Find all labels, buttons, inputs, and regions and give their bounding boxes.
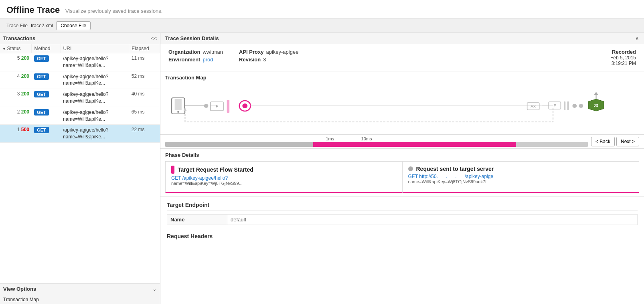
- table-row[interactable]: 3 200 GET /apikey-agigee/hello?name=Will…: [0, 89, 160, 107]
- target-endpoint-title: Target Endpoint: [167, 202, 638, 211]
- recorded-section: Recorded Feb 5, 2015 3:19:21 PM: [610, 49, 636, 66]
- tx-num: 4 200: [0, 71, 32, 89]
- table-row[interactable]: 1 500 GET /apikey-agigee/hello?name=Will…: [0, 125, 160, 143]
- table-row[interactable]: 2 200 GET /apikey-agigee/hello?name=Will…: [0, 107, 160, 125]
- svg-marker-12: [183, 108, 187, 111]
- tx-map-title: Transaction Map: [165, 75, 639, 81]
- request-headers-title: Request Headers: [167, 233, 638, 242]
- endpoint-table: Name default: [167, 214, 638, 225]
- tx-num: 2 200: [0, 107, 32, 125]
- next-button[interactable]: Next >: [616, 137, 639, 146]
- tx-num: 5 200: [0, 53, 32, 71]
- svg-point-10: [242, 103, 247, 108]
- phase-card-1: Target Request Flow Started GET /apikey-…: [165, 161, 402, 193]
- phase-details-title: Phase Details: [165, 152, 639, 158]
- endpoint-name-label: Name: [167, 215, 227, 225]
- table-row[interactable]: 5 200 GET /apikey-agigee/hello?name=Will…: [0, 53, 160, 71]
- phase-cards: Target Request Flow Started GET /apikey-…: [165, 161, 639, 193]
- session-details-title: Trace Session Details: [165, 35, 219, 41]
- api-proxy-row: API Proxy apikey-apigee: [239, 49, 298, 55]
- phase-card-2: Request sent to target server GET http:/…: [402, 161, 640, 193]
- timeline-track: [165, 142, 588, 147]
- phase-card-2-url: GET http://50.___.___.___/apikey-apige: [408, 174, 634, 179]
- page-subtitle: Visualize previously saved trace session…: [65, 8, 163, 14]
- tx-method: GET: [32, 125, 61, 143]
- phase-card-1-url: GET /apikey-apigee/hello?: [171, 175, 397, 181]
- page-title: Offline Trace: [6, 5, 60, 15]
- transactions-header: Transactions <<: [0, 33, 160, 44]
- tx-status: 200: [21, 91, 29, 97]
- timeline-nav: < Back Next >: [591, 137, 639, 146]
- trace-file-label: Trace File: [6, 23, 28, 28]
- tx-uri: /apikey-agigee/hello?name=Will&apiKe...: [61, 107, 129, 125]
- timeline-gray-left: [165, 142, 313, 147]
- tx-map-svg: F AX: [165, 84, 639, 132]
- org-label: Organization: [168, 49, 200, 55]
- tx-elapsed: 65 ms: [129, 107, 160, 125]
- tx-map-option-label: Transaction Map: [3, 297, 39, 302]
- tx-status: 200: [21, 109, 29, 115]
- org-value: wwitman: [203, 49, 223, 55]
- left-panel: Transactions << Status Method URI Elapse…: [0, 33, 160, 304]
- svg-text:F: F: [553, 103, 556, 107]
- phase-card-2-header: Request sent to target server: [408, 166, 634, 172]
- phase-card-1-query: name=Will&apiKey=Wj8TGjNvS99...: [171, 181, 397, 186]
- session-details-collapse-button[interactable]: ∧: [635, 35, 639, 41]
- transactions-collapse-button[interactable]: <<: [151, 35, 157, 41]
- tx-uri: /apikey-agigee/hello?name=Will&apiKe...: [61, 53, 129, 71]
- timeline-gray-right: [516, 142, 588, 147]
- view-options-content: Transaction Map: [0, 294, 160, 304]
- tx-method: GET: [32, 107, 61, 125]
- table-row[interactable]: 4 200 GET /apikey-agigee/hello?name=Will…: [0, 71, 160, 89]
- revision-row: Revision 3: [239, 57, 298, 63]
- org-env-group: Organization wwitman Environment prod: [168, 49, 223, 66]
- phase-card-2-title: Request sent to target server: [416, 166, 494, 172]
- back-button[interactable]: < Back: [591, 137, 615, 146]
- tx-method: GET: [32, 89, 61, 107]
- svg-point-2: [177, 111, 179, 113]
- endpoint-name-row: Name default: [167, 215, 638, 225]
- view-options-header: View Options ⌄: [0, 284, 160, 294]
- svg-point-4: [204, 104, 209, 108]
- tx-elapsed: 22 ms: [129, 125, 160, 143]
- right-panel-header: Trace Session Details ∧: [160, 33, 644, 44]
- api-proxy-value: apikey-apigee: [266, 49, 298, 55]
- tx-uri: /apikey-agigee/hello?name=Will&apiKe...: [61, 71, 129, 89]
- proxy-revision-group: API Proxy apikey-apigee Revision 3: [239, 49, 298, 66]
- env-label: Environment: [168, 57, 200, 63]
- timeline-labels: 1ms 10ms: [165, 136, 588, 141]
- page-header: Offline Trace Visualize previously saved…: [0, 0, 644, 19]
- choose-file-button[interactable]: Choose File: [56, 21, 91, 30]
- tx-method: GET: [32, 71, 61, 89]
- right-panel: Trace Session Details ∧ Organization wwi…: [160, 33, 644, 304]
- revision-label: Revision: [239, 57, 261, 63]
- env-value: prod: [203, 57, 213, 63]
- tx-status: 500: [21, 127, 29, 132]
- endpoint-name-value: default: [227, 215, 638, 225]
- session-details: Organization wwitman Environment prod AP…: [160, 44, 644, 71]
- svg-point-20: [572, 104, 577, 108]
- recorded-time: 3:19:21 PM: [610, 61, 636, 66]
- view-options-title: View Options: [3, 286, 36, 292]
- svg-rect-18: [564, 101, 565, 110]
- svg-rect-19: [567, 101, 569, 110]
- view-options-collapse-button[interactable]: ⌄: [152, 286, 157, 292]
- tx-method: GET: [32, 53, 61, 71]
- recorded-date: Feb 5, 2015: [610, 55, 636, 61]
- phase-dot-2: [408, 166, 413, 171]
- svg-point-21: [579, 104, 583, 108]
- timeline-label-10ms: 10ms: [361, 136, 372, 141]
- timeline-bar-row: 1ms 10ms < Back Next >: [160, 135, 644, 149]
- trace-filename: trace2.xml: [31, 23, 53, 28]
- tx-elapsed: 11 ms: [129, 53, 160, 71]
- transactions-title: Transactions: [3, 35, 35, 41]
- api-proxy-label: API Proxy: [239, 49, 263, 55]
- phase-card-2-query: name=Will&apiKey=Wj8TGjNvS99auk7I: [408, 179, 634, 184]
- tx-uri: /apikey-agigee/hello?name=Will&apiKe...: [61, 89, 129, 107]
- svg-rect-1: [175, 99, 182, 110]
- tx-status: 200: [21, 55, 29, 61]
- tx-elapsed: 40 ms: [129, 89, 160, 107]
- svg-text:AX: AX: [531, 104, 536, 108]
- phase-icon-1: [171, 166, 174, 174]
- phase-details-section: Phase Details Target Request Flow Starte…: [160, 149, 644, 197]
